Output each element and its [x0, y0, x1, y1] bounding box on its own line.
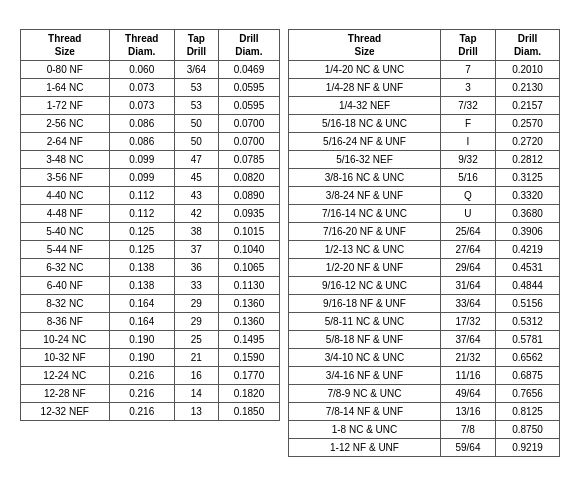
right-header-2: DrillDiam.	[495, 30, 559, 61]
table-row: 8-32 NC0.164290.1360	[21, 295, 280, 313]
left-header-0: ThreadSize	[21, 30, 110, 61]
table-row: 3-56 NF0.099450.0820	[21, 169, 280, 187]
table-row: 5/16-24 NF & UNFI0.2720	[289, 133, 560, 151]
table-row: 1/4-28 NF & UNF30.2130	[289, 79, 560, 97]
table-row: 6-32 NC0.138360.1065	[21, 259, 280, 277]
left-header-3: DrillDiam.	[218, 30, 279, 61]
table-row: 7/16-14 NC & UNCU0.3680	[289, 205, 560, 223]
left-table: ThreadSize ThreadDiam. TapDrill DrillDia…	[20, 29, 280, 421]
table-row: 1-8 NC & UNC7/80.8750	[289, 421, 560, 439]
table-row: 3/4-16 NF & UNF11/160.6875	[289, 367, 560, 385]
table-row: 1-64 NC0.073530.0595	[21, 79, 280, 97]
left-header-1: ThreadDiam.	[109, 30, 174, 61]
table-row: 0-80 NF0.0603/640.0469	[21, 61, 280, 79]
right-header-1: TapDrill	[440, 30, 495, 61]
table-row: 1-72 NF0.073530.0595	[21, 97, 280, 115]
table-row: 10-24 NC0.190250.1495	[21, 331, 280, 349]
table-row: 5-40 NC0.125380.1015	[21, 223, 280, 241]
table-row: 1/2-20 NF & UNF29/640.4531	[289, 259, 560, 277]
table-row: 6-40 NF0.138330.1130	[21, 277, 280, 295]
table-row: 9/16-12 NC & UNC31/640.4844	[289, 277, 560, 295]
table-row: 8-36 NF0.164290.1360	[21, 313, 280, 331]
table-row: 7/16-20 NF & UNF25/640.3906	[289, 223, 560, 241]
right-header-0: ThreadSize	[289, 30, 441, 61]
table-row: 12-32 NEF0.216130.1850	[21, 403, 280, 421]
table-row: 10-32 NF0.190210.1590	[21, 349, 280, 367]
tables-wrapper: ThreadSize ThreadDiam. TapDrill DrillDia…	[20, 29, 560, 457]
table-row: 4-40 NC0.112430.0890	[21, 187, 280, 205]
table-row: 5/8-18 NF & UNF37/640.5781	[289, 331, 560, 349]
table-row: 7/8-9 NC & UNC49/640.7656	[289, 385, 560, 403]
table-row: 5-44 NF0.125370.1040	[21, 241, 280, 259]
left-header-2: TapDrill	[174, 30, 218, 61]
table-row: 12-28 NF0.216140.1820	[21, 385, 280, 403]
right-table: ThreadSize TapDrill DrillDiam. 1/4-20 NC…	[288, 29, 560, 457]
table-row: 1/4-20 NC & UNC70.2010	[289, 61, 560, 79]
table-row: 12-24 NC0.216160.1770	[21, 367, 280, 385]
table-row: 9/16-18 NF & UNF33/640.5156	[289, 295, 560, 313]
table-row: 5/8-11 NC & UNC17/320.5312	[289, 313, 560, 331]
table-row: 7/8-14 NF & UNF13/160.8125	[289, 403, 560, 421]
table-row: 2-56 NC0.086500.0700	[21, 115, 280, 133]
table-row: 3/8-16 NC & UNC5/160.3125	[289, 169, 560, 187]
table-row: 4-48 NF0.112420.0935	[21, 205, 280, 223]
table-row: 1-12 NF & UNF59/640.9219	[289, 439, 560, 457]
table-row: 3/4-10 NC & UNC21/320.6562	[289, 349, 560, 367]
table-row: 2-64 NF0.086500.0700	[21, 133, 280, 151]
table-row: 5/16-18 NC & UNCF0.2570	[289, 115, 560, 133]
table-row: 3/8-24 NF & UNFQ0.3320	[289, 187, 560, 205]
table-row: 5/16-32 NEF9/320.2812	[289, 151, 560, 169]
table-row: 3-48 NC0.099470.0785	[21, 151, 280, 169]
table-row: 1/2-13 NC & UNC27/640.4219	[289, 241, 560, 259]
table-row: 1/4-32 NEF7/320.2157	[289, 97, 560, 115]
